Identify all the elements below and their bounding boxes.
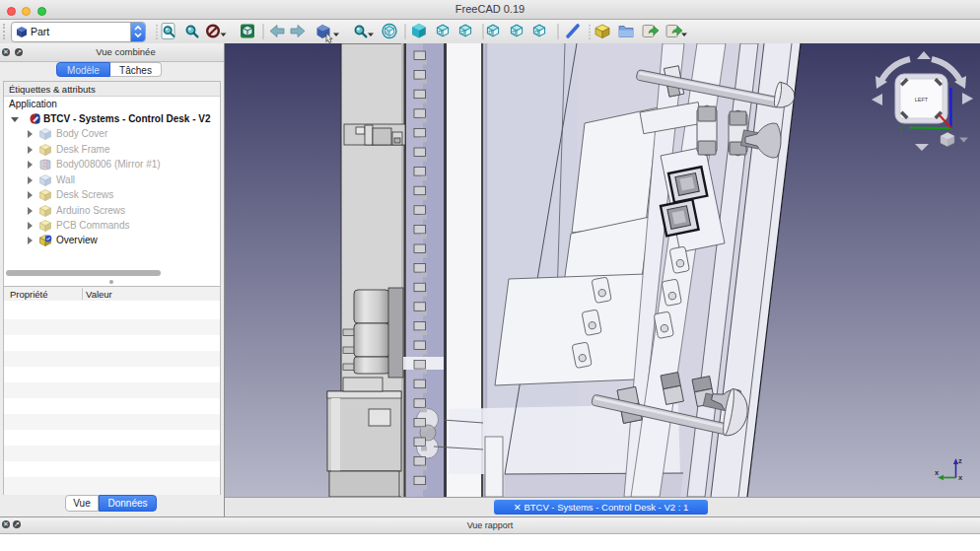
svg-text:Y: Y [899,125,904,132]
svg-text:z: z [958,456,962,465]
svg-text:LEFT: LEFT [915,97,929,103]
